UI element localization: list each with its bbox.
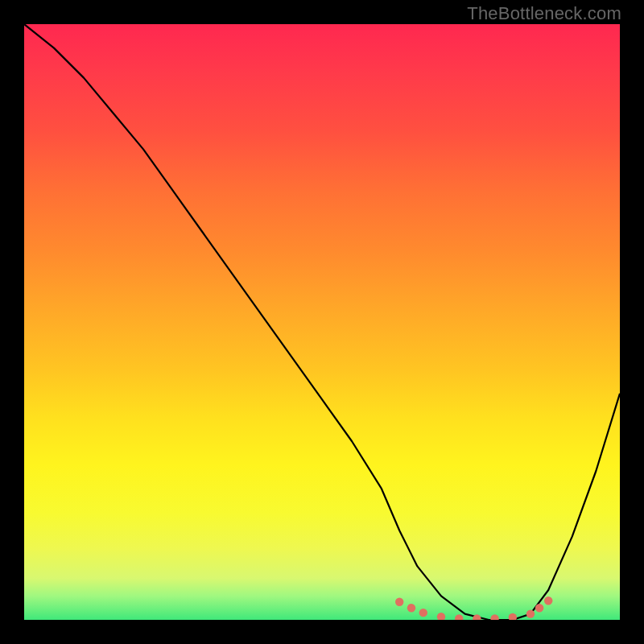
optimal-marker-dot (509, 613, 517, 620)
optimal-band-markers (395, 597, 552, 620)
optimal-marker-dot (419, 609, 427, 617)
optimal-marker-dot (395, 598, 403, 606)
watermark-text: TheBottleneck.com (467, 3, 621, 24)
optimal-marker-dot (455, 614, 463, 620)
optimal-marker-dot (437, 613, 445, 620)
optimal-marker-dot (535, 604, 543, 612)
optimal-marker-dot (490, 614, 498, 620)
bottleneck-curve-line (24, 24, 620, 620)
optimal-marker-dot (526, 609, 535, 617)
optimal-marker-dot (544, 597, 552, 605)
chart-plot-area (24, 24, 620, 620)
optimal-marker-dot (407, 604, 415, 612)
chart-svg (24, 24, 620, 620)
